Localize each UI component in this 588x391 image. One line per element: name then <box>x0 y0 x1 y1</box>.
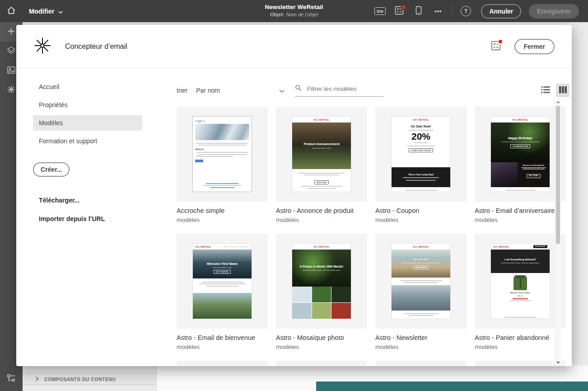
template-type: modèles <box>276 344 367 350</box>
sort-select[interactable]: Par nom <box>196 87 285 94</box>
create-button[interactable]: Créer... <box>33 162 70 177</box>
toolbar-divider <box>452 6 452 16</box>
scroll-up-arrow-icon[interactable] <box>556 101 560 103</box>
thumb-photo <box>193 293 252 319</box>
text-lines <box>392 311 450 317</box>
import-url-link[interactable]: Importer depuis l’URL <box>39 215 160 222</box>
product-image <box>513 275 527 290</box>
grid-view-button[interactable] <box>556 84 569 97</box>
template-name: Accroche simple <box>177 207 268 214</box>
thumb-photo: Product Announcement Lorem ipsum dolor s… <box>292 122 351 169</box>
modal-sidebar: Accueil Propriétés Modèles Formation et … <box>16 68 160 366</box>
templates-main: trier Par nom <box>160 68 572 366</box>
more-actions-button[interactable]: ••• <box>432 5 444 17</box>
email-footer-strip <box>316 382 588 391</box>
top-bar: Modifier Newsletter WeRetail Objet:Nom d… <box>0 0 588 22</box>
components-label: COMPOSANTS DU CONTENU <box>44 377 116 382</box>
sort-label: trier <box>177 87 187 94</box>
chevron-down-icon <box>279 87 285 94</box>
template-card-anniversaire[interactable]: WE.RETAIL Happy Birthday! Lorem ipsum do… <box>475 107 566 223</box>
template-card-partial[interactable] <box>375 361 467 366</box>
list-view-button[interactable] <box>539 84 552 97</box>
template-thumbnail: WE.RETAIL Product Announcement Lorem ips… <box>276 107 367 202</box>
thumb-photo <box>195 124 249 140</box>
template-type: modèles <box>375 344 467 350</box>
text-lines <box>392 278 450 285</box>
help-icon: ? <box>461 6 471 16</box>
template-card-partial[interactable] <box>475 361 566 366</box>
chevron-down-icon <box>58 8 63 15</box>
template-card-coupon[interactable]: WE.RETAIL On Sale Now! 20% CLAIM YOUR CO… <box>375 107 467 223</box>
subject-label: Objet: <box>270 12 285 17</box>
sidebar-item-accueil[interactable]: Accueil <box>33 79 142 94</box>
template-name: Astro - Email de bienvenue <box>177 334 268 341</box>
scroll-down-arrow-icon[interactable] <box>556 362 560 364</box>
checklist-button[interactable] <box>393 5 405 17</box>
text-lines <box>195 182 249 189</box>
template-thumbnail: WE.RETAIL MY ACCOUNT Left Something Behi… <box>475 234 566 329</box>
download-link[interactable]: Télécharger... <box>39 197 160 204</box>
template-card-partial[interactable] <box>276 361 367 366</box>
sort-value: Par nom <box>196 87 220 94</box>
filter-input[interactable] <box>306 85 383 93</box>
template-thumbnail: WE.RETAIL News | Products | My Account W… <box>177 234 268 329</box>
mode-selector[interactable]: Modifier <box>29 8 63 15</box>
content-tree-button[interactable] <box>0 369 23 388</box>
filter-search <box>295 85 383 97</box>
cancel-button[interactable]: Annuler <box>481 4 521 19</box>
text-lines <box>491 187 550 192</box>
modal-title: Concepteur d’email <box>65 42 127 51</box>
sidebar-item-formation[interactable]: Formation et support <box>33 133 142 149</box>
plus-icon <box>8 28 15 37</box>
modal-header: Concepteur d’email Fermer <box>16 25 572 68</box>
grid-view-icon <box>559 86 567 95</box>
template-thumbnail: WE.RETAIL Happy Birthday! Lorem ipsum do… <box>475 107 566 202</box>
text-lines <box>491 314 550 319</box>
template-card-annonce-produit[interactable]: WE.RETAIL Product Announcement Lorem ips… <box>276 107 367 223</box>
list-view-icon <box>541 86 550 95</box>
sidebar-item-proprietes[interactable]: Propriétés <box>33 97 142 113</box>
template-card-partial[interactable] <box>177 361 268 366</box>
save-button[interactable]: Enregistrer <box>529 4 579 19</box>
thumb-photo: A Picture is Worth 1000 Words! Lorem ips… <box>292 250 351 287</box>
template-card-accroche-simple[interactable]: Logo About us <box>177 107 268 223</box>
page-title: Newsletter WeRetail <box>265 4 323 10</box>
sidebar-links: Télécharger... Importer depuis l’URL <box>39 197 160 222</box>
subject-line: Objet:Nom de l’objet <box>265 12 323 17</box>
photo-mosaic <box>292 287 351 319</box>
modal-checklist-button[interactable] <box>491 41 501 52</box>
template-name: Astro - Mosaïque photo <box>276 334 367 341</box>
template-card-mosaique[interactable]: WE.RETAIL A Picture is Worth 1000 Words!… <box>276 234 367 350</box>
subject-value: Nom de l’objet <box>286 12 318 17</box>
modal-body: Accueil Propriétés Modèles Formation et … <box>16 68 572 366</box>
template-card-panier-abandonne[interactable]: WE.RETAIL MY ACCOUNT Left Something Behi… <box>475 234 566 350</box>
code-editor-button[interactable]: Dw <box>374 5 386 17</box>
template-type: modèles <box>177 344 268 350</box>
templates-scrollbar[interactable] <box>555 99 561 366</box>
text-lines <box>195 141 249 147</box>
template-name: Astro - Newsletter <box>375 334 467 341</box>
more-icon: ••• <box>435 8 442 14</box>
document-title-block: Newsletter WeRetail Objet:Nom de l’objet <box>265 4 323 17</box>
home-button[interactable] <box>0 0 23 22</box>
template-card-newsletter[interactable]: WE.RETAIL Newsletter Lorem ipsum dolor s… <box>375 234 467 350</box>
help-button[interactable]: ? <box>460 5 471 17</box>
template-name: Astro - Panier abandonné <box>475 334 566 341</box>
dreamweaver-icon: Dw <box>374 7 385 15</box>
text-lines <box>195 151 249 158</box>
search-icon <box>295 85 302 93</box>
star-icon <box>7 85 15 95</box>
text-lines <box>292 186 351 189</box>
home-icon <box>7 6 16 16</box>
template-card-bienvenue[interactable]: WE.RETAIL News | Products | My Account W… <box>177 234 268 350</box>
modal-header-actions: Fermer <box>491 39 555 54</box>
email-designer-modal: Concepteur d’email Fermer Accueil Propri… <box>16 25 572 366</box>
sidebar-item-modeles[interactable]: Modèles <box>33 115 142 131</box>
templates-grid: Logo About us <box>177 107 572 366</box>
close-button[interactable]: Fermer <box>514 39 555 54</box>
template-thumbnail: WE.RETAIL A Picture is Worth 1000 Words!… <box>276 234 367 329</box>
scrollbar-thumb[interactable] <box>556 106 560 244</box>
mode-label: Modifier <box>29 8 54 15</box>
content-components-accordion[interactable]: COMPOSANTS DU CONTENU <box>23 373 156 385</box>
mobile-preview-button[interactable] <box>413 5 425 17</box>
